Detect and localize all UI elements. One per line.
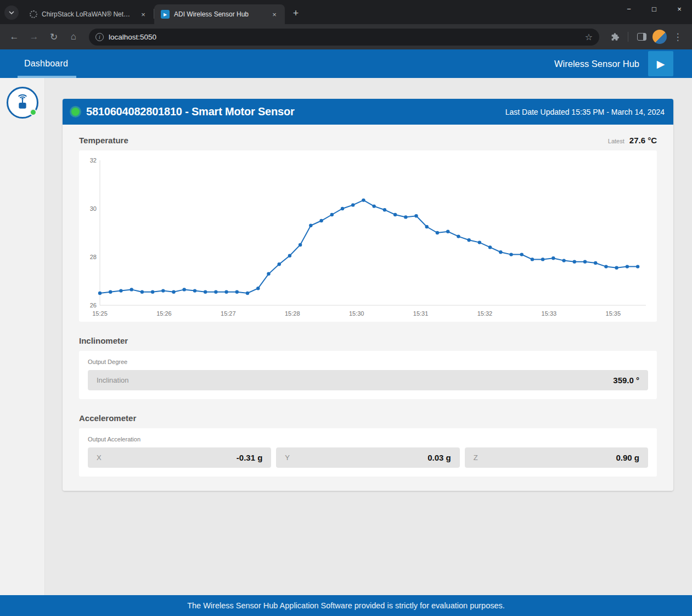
- app-header: Dashboard Wireless Sensor Hub ▶: [0, 49, 692, 78]
- url-text[interactable]: localhost:5050: [109, 33, 580, 41]
- output-degree-label: Output Degree: [88, 359, 648, 365]
- svg-text:15:27: 15:27: [221, 310, 236, 317]
- temperature-chart: 2628303215:2515:2615:2715:2815:3015:3115…: [83, 154, 652, 321]
- svg-text:15:26: 15:26: [156, 310, 172, 317]
- inclination-field: Inclination 359.0 °: [88, 370, 648, 390]
- device-card-header: 5810604082801810 - Smart Motor Sensor La…: [63, 99, 673, 125]
- tab-title: ChirpStack LoRaWAN® Networ: [42, 10, 134, 18]
- main-content: 5810604082801810 - Smart Motor Sensor La…: [45, 78, 692, 595]
- tab-title: ADI Wireless Sensor Hub: [174, 10, 265, 18]
- nav-dashboard[interactable]: Dashboard: [24, 59, 68, 69]
- device-title: 5810604082801810 - Smart Motor Sensor: [86, 105, 295, 118]
- svg-text:15:35: 15:35: [606, 310, 621, 317]
- browser-toolbar: ← → ↻ ⌂ i localhost:5050 ☆ ⋮: [0, 24, 692, 49]
- svg-text:15:31: 15:31: [413, 310, 429, 317]
- accel-z-field: Z 0.90 g: [465, 447, 648, 468]
- device-card: 5810604082801810 - Smart Motor Sensor La…: [63, 99, 673, 491]
- new-tab-button[interactable]: +: [288, 5, 303, 21]
- tab-chirpstack[interactable]: ChirpStack LoRaWAN® Networ ×: [23, 4, 154, 24]
- chirpstack-favicon-icon: [30, 10, 37, 18]
- adi-logo-icon: [14, 94, 31, 111]
- app-footer: The Wireless Sensor Hub Application Soft…: [0, 595, 692, 616]
- home-button[interactable]: ⌂: [65, 28, 82, 46]
- forward-button[interactable]: →: [25, 28, 43, 46]
- app-title: Wireless Sensor Hub: [554, 59, 639, 69]
- acceleration-fields-row: X -0.31 g Y 0.03 g Z 0.90 g: [88, 447, 648, 468]
- status-green-dot: [30, 109, 37, 116]
- svg-text:32: 32: [90, 157, 97, 164]
- tab-search-button[interactable]: [4, 5, 19, 20]
- svg-text:15:30: 15:30: [349, 310, 364, 317]
- sidebar: [0, 78, 45, 595]
- tab-close-icon[interactable]: ×: [269, 9, 279, 19]
- svg-text:15:32: 15:32: [477, 310, 493, 317]
- chevron-down-icon: [9, 11, 14, 14]
- window-controls: − □ ×: [616, 0, 692, 18]
- accelerometer-heading-row: Accelerometer: [79, 413, 657, 423]
- svg-text:30: 30: [90, 205, 97, 212]
- maximize-button[interactable]: □: [642, 0, 667, 18]
- inclination-value: 359.0 °: [613, 376, 639, 385]
- temperature-chart-panel: 2628303215:2515:2615:2715:2815:3015:3115…: [79, 150, 657, 322]
- minimize-button[interactable]: −: [616, 0, 642, 18]
- footer-text: The Wireless Sensor Hub Application Soft…: [187, 601, 505, 610]
- adi-logo[interactable]: [7, 87, 38, 119]
- address-bar[interactable]: i localhost:5050 ☆: [89, 29, 599, 46]
- temperature-heading-row: Temperature Latest 27.6 °C: [79, 136, 657, 145]
- accelerometer-panel: Output Acceleration X -0.31 g Y 0.03 g: [79, 428, 657, 477]
- latest-label: Latest: [608, 138, 625, 144]
- tab-adi-sensor-hub[interactable]: ▶ ADI Wireless Sensor Hub ×: [154, 4, 285, 24]
- last-updated-text: Last Date Updated 15:35 PM - March 14, 2…: [505, 108, 665, 116]
- device-card-body: Temperature Latest 27.6 °C 2628303215:25…: [63, 125, 673, 491]
- svg-text:15:25: 15:25: [92, 310, 108, 317]
- device-status-dot: [71, 108, 80, 116]
- temperature-heading: Temperature: [79, 136, 128, 145]
- profile-avatar[interactable]: [652, 30, 667, 44]
- adi-favicon-icon: ▶: [161, 10, 170, 19]
- dashboard-active-indicator: [18, 76, 76, 78]
- browser-window: ChirpStack LoRaWAN® Networ × ▶ ADI Wirel…: [0, 0, 692, 616]
- accel-y-label: Y: [285, 453, 290, 462]
- inclination-label: Inclination: [97, 376, 129, 384]
- output-acceleration-label: Output Acceleration: [88, 436, 648, 443]
- accel-z-value: 0.90 g: [616, 453, 639, 462]
- back-button[interactable]: ←: [5, 28, 23, 46]
- inclinometer-heading-row: Inclinometer: [79, 336, 657, 345]
- play-button[interactable]: ▶: [648, 51, 673, 76]
- toolbar-separator: [628, 32, 628, 42]
- svg-text:28: 28: [90, 254, 97, 260]
- accelerometer-heading: Accelerometer: [79, 413, 136, 423]
- inclinometer-panel: Output Degree Inclination 359.0 °: [79, 351, 657, 399]
- sensor-hub-app: Dashboard Wireless Sensor Hub ▶: [0, 49, 692, 616]
- site-info-icon[interactable]: i: [95, 33, 104, 41]
- browser-menu-button[interactable]: ⋮: [669, 28, 687, 46]
- svg-text:26: 26: [90, 302, 97, 309]
- reload-button[interactable]: ↻: [45, 28, 63, 46]
- latest-temperature-value: 27.6 °C: [629, 136, 657, 145]
- side-panel-icon: [637, 33, 646, 41]
- accel-x-field: X -0.31 g: [88, 447, 271, 468]
- bookmark-star-icon[interactable]: ☆: [585, 32, 593, 42]
- side-panel-button[interactable]: [633, 28, 650, 46]
- inclinometer-heading: Inclinometer: [79, 336, 128, 345]
- svg-text:15:28: 15:28: [285, 310, 300, 317]
- close-button[interactable]: ×: [667, 0, 692, 18]
- puzzle-icon: [610, 32, 620, 42]
- accel-y-value: 0.03 g: [427, 453, 451, 462]
- extensions-button[interactable]: [606, 28, 623, 46]
- app-body: 5810604082801810 - Smart Motor Sensor La…: [0, 78, 692, 595]
- accel-z-label: Z: [474, 453, 478, 462]
- tab-strip: ChirpStack LoRaWAN® Networ × ▶ ADI Wirel…: [0, 0, 692, 24]
- tab-close-icon[interactable]: ×: [138, 9, 148, 19]
- svg-text:15:33: 15:33: [542, 310, 557, 317]
- accel-y-field: Y 0.03 g: [276, 447, 459, 468]
- accel-x-value: -0.31 g: [237, 453, 263, 462]
- accel-x-label: X: [97, 453, 102, 462]
